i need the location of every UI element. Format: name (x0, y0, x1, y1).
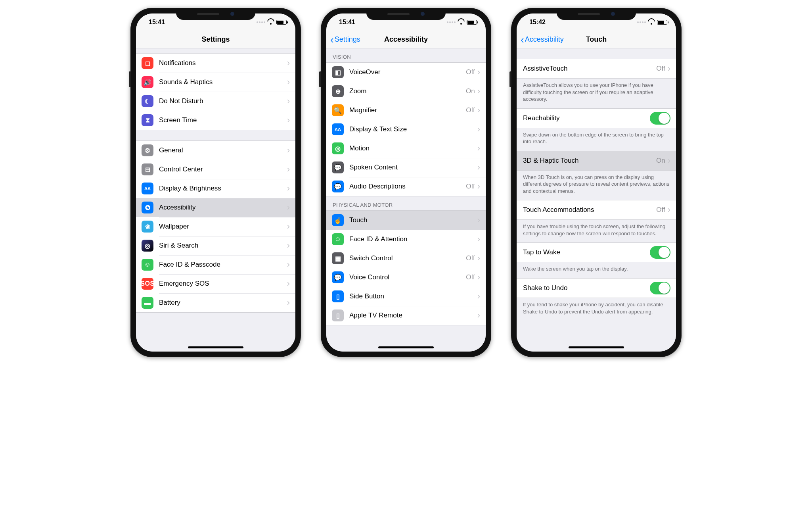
row-switch-control[interactable]: ▦Switch ControlOff› (326, 249, 486, 268)
chevron-right-icon: › (287, 164, 290, 175)
row-label: Screen Time (159, 116, 287, 124)
row-label: Touch Accommodations (523, 206, 656, 214)
navbar: ‹ Accessibility Touch (517, 31, 676, 48)
toggle-shake-to-undo[interactable] (650, 282, 670, 294)
row-zoom[interactable]: ⊕ZoomOn› (326, 82, 486, 101)
row-label: Display & Brightness (159, 185, 287, 192)
row-value: Off (466, 68, 475, 76)
row-battery[interactable]: ▬Battery› (136, 293, 295, 312)
row-spoken-content[interactable]: 💬Spoken Content› (326, 158, 486, 177)
chevron-right-icon: › (287, 279, 290, 289)
row-do-not-disturb[interactable]: ☾Do Not Disturb› (136, 92, 295, 111)
navbar: ‹ Settings Accessibility (326, 31, 486, 48)
row-screen-time[interactable]: ⧗Screen Time› (136, 111, 295, 130)
row-side-button[interactable]: ▯Side Button› (326, 287, 486, 306)
footer-note: If you tend to shake your iPhone by acci… (517, 298, 676, 321)
voicecontrol-icon: 💬 (332, 271, 344, 283)
row-display-brightness[interactable]: AADisplay & Brightness› (136, 179, 295, 198)
row-label: VoiceOver (349, 68, 466, 76)
chevron-right-icon: › (668, 63, 670, 74)
row-label: Tap to Wake (523, 248, 650, 256)
row-label: Reachability (523, 114, 650, 122)
row-value: Off (466, 183, 475, 190)
row-value: On (466, 87, 475, 95)
row-voiceover[interactable]: ◧VoiceOverOff› (326, 63, 486, 82)
row-shake-to-undo[interactable]: Shake to Undo (517, 279, 676, 298)
row-3d-haptic-touch[interactable]: 3D & Haptic TouchOn› (517, 151, 676, 170)
home-indicator[interactable] (569, 346, 624, 348)
row-reachability[interactable]: Reachability (517, 109, 676, 128)
status-time: 15:41 (149, 19, 165, 26)
row-label: Magnifier (349, 106, 466, 114)
accessibility-content[interactable]: Vision ◧VoiceOverOff›⊕ZoomOn›🔍MagnifierO… (326, 48, 486, 352)
row-emergency-sos[interactable]: SOSEmergency SOS› (136, 274, 295, 293)
accessibility-icon: ✪ (142, 202, 153, 213)
row-label: Touch (349, 216, 477, 224)
row-voice-control[interactable]: 💬Voice ControlOff› (326, 268, 486, 287)
row-siri-search[interactable]: ◎Siri & Search› (136, 236, 295, 255)
row-label: Voice Control (349, 273, 466, 281)
row-label: Siri & Search (159, 242, 287, 250)
sidebutton-icon: ▯ (332, 290, 344, 302)
wifi-icon (458, 20, 464, 25)
sounds-icon: 🔊 (142, 76, 153, 88)
textsize-icon: AA (332, 123, 344, 135)
chevron-right-icon: › (668, 205, 670, 215)
navbar: Settings (136, 31, 295, 48)
chevron-right-icon: › (477, 143, 480, 154)
chevron-right-icon: › (477, 105, 480, 115)
row-general[interactable]: ⚙General› (136, 141, 295, 160)
row-control-center[interactable]: ⊟Control Center› (136, 160, 295, 179)
row-tap-to-wake[interactable]: Tap to Wake (517, 243, 676, 262)
row-sounds-haptics[interactable]: 🔊Sounds & Haptics› (136, 73, 295, 92)
back-button[interactable]: ‹ Accessibility (521, 35, 564, 44)
row-label: Wallpaper (159, 223, 287, 231)
chevron-right-icon: › (287, 240, 290, 251)
row-notifications[interactable]: ◻Notifications› (136, 54, 295, 73)
row-label: Do Not Disturb (159, 97, 287, 105)
voiceover-icon: ◧ (332, 66, 344, 78)
battery-icon (467, 20, 477, 25)
back-button[interactable]: ‹ Settings (330, 35, 360, 44)
row-wallpaper[interactable]: ❀Wallpaper› (136, 217, 295, 236)
row-label: AssistiveTouch (523, 65, 656, 73)
wifi-icon (268, 20, 274, 25)
back-label: Settings (335, 35, 360, 44)
notch (557, 8, 636, 20)
chevron-right-icon: › (477, 310, 480, 321)
toggle-tap-to-wake[interactable] (650, 246, 670, 259)
row-display-text-size[interactable]: AADisplay & Text Size› (326, 120, 486, 139)
row-accessibility[interactable]: ✪Accessibility› (136, 198, 295, 217)
footer-note: Wake the screen when you tap on the disp… (517, 262, 676, 278)
row-touch-accommodations[interactable]: Touch AccommodationsOff› (517, 200, 676, 219)
row-audio-descriptions[interactable]: 💬Audio DescriptionsOff› (326, 177, 486, 196)
row-value: Off (466, 106, 475, 114)
controlcenter-icon: ⊟ (142, 163, 153, 175)
row-apple-tv-remote[interactable]: ▯Apple TV Remote› (326, 306, 486, 325)
settings-content[interactable]: ◻Notifications›🔊Sounds & Haptics›☾Do Not… (136, 48, 295, 352)
toggle-reachability[interactable] (650, 112, 670, 125)
section-header-vision: Vision (326, 48, 486, 62)
faceid-icon: ☺ (142, 259, 153, 271)
row-assistivetouch[interactable]: AssistiveTouchOff› (517, 59, 676, 78)
cellular-icon (637, 21, 646, 23)
chevron-right-icon: › (477, 86, 480, 96)
chevron-right-icon: › (287, 202, 290, 213)
chevron-right-icon: › (477, 215, 480, 225)
row-label: Shake to Undo (523, 284, 650, 292)
chevron-right-icon: › (477, 234, 480, 244)
home-indicator[interactable] (188, 346, 243, 348)
chevron-right-icon: › (477, 67, 480, 77)
row-face-id-attention[interactable]: ☺Face ID & Attention› (326, 230, 486, 249)
row-face-id-passcode[interactable]: ☺Face ID & Passcode› (136, 255, 295, 274)
chevron-right-icon: › (287, 58, 290, 68)
row-value: Off (656, 206, 665, 214)
row-touch[interactable]: ☝Touch› (326, 211, 486, 230)
row-magnifier[interactable]: 🔍MagnifierOff› (326, 101, 486, 120)
row-label: 3D & Haptic Touch (523, 157, 656, 165)
row-motion[interactable]: ◎Motion› (326, 139, 486, 158)
touch-content[interactable]: AssistiveTouchOff›AssistiveTouch allows … (517, 48, 676, 352)
row-value: Off (466, 273, 475, 281)
footer-note: When 3D Touch is on, you can press on th… (517, 171, 676, 200)
home-indicator[interactable] (378, 346, 434, 348)
